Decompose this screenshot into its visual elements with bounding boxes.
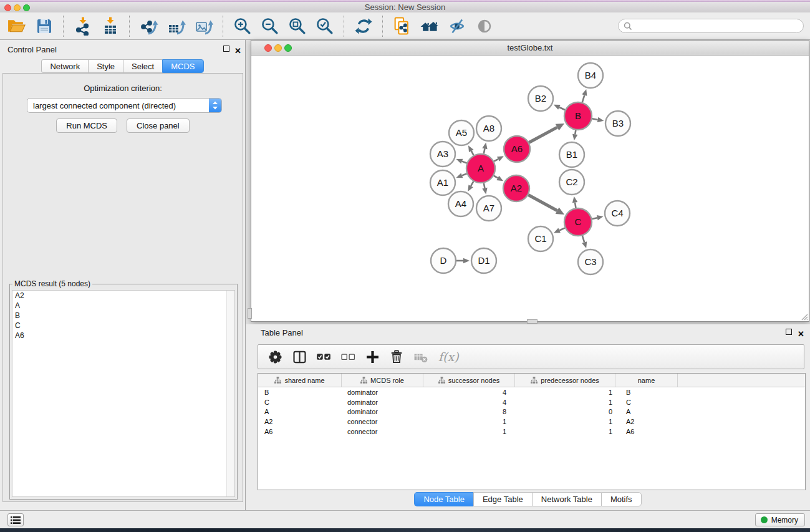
graph-edge-A-A1[interactable] — [456, 173, 467, 178]
graph-node-B1[interactable]: B1 — [559, 142, 584, 167]
save-session-icon[interactable] — [34, 16, 54, 36]
search-field[interactable] — [618, 19, 804, 33]
graph-node-B[interactable]: B — [564, 102, 592, 130]
birdseye-handle-left[interactable] — [248, 308, 252, 319]
graph-edge-C-C2[interactable] — [572, 196, 577, 208]
mcds-result-list[interactable]: A2ABCA6 — [12, 290, 235, 497]
mcds-result-item[interactable]: A — [12, 301, 234, 311]
table-row[interactable]: Adominator80A — [258, 407, 805, 417]
graph-edge-D-D1[interactable] — [456, 258, 470, 264]
graph-node-A8[interactable]: A8 — [476, 116, 501, 141]
graph-edge-C-C4[interactable] — [592, 215, 603, 220]
import-table-icon[interactable] — [100, 16, 120, 36]
graph-node-C4[interactable]: C4 — [605, 201, 630, 226]
graph-node-A3[interactable]: A3 — [430, 142, 455, 167]
close-panel-icon[interactable] — [234, 45, 241, 56]
column-header-shared-name[interactable]: shared name — [258, 374, 342, 387]
table-row[interactable]: A6connector11A6 — [258, 427, 805, 437]
tab-node-table[interactable]: Node Table — [414, 492, 473, 506]
network-view-window[interactable]: testGlobe.txt AA1A2A3A4A5A6A7A8BB1B2B3B4… — [251, 40, 809, 322]
zoom-in-icon[interactable] — [232, 16, 253, 36]
resize-grip-icon[interactable] — [799, 312, 808, 321]
tab-network-table[interactable]: Network Table — [532, 492, 601, 506]
graph-edge-A-A5[interactable] — [468, 145, 474, 155]
home-view-icon[interactable] — [419, 16, 440, 36]
search-input[interactable] — [635, 22, 798, 31]
graph-node-D[interactable]: D — [431, 248, 456, 273]
new-network-from-selection-icon[interactable] — [392, 16, 412, 36]
graph-node-C2[interactable]: C2 — [559, 170, 584, 195]
zoom-out-icon[interactable] — [259, 16, 280, 36]
float-panel-icon[interactable] — [223, 46, 229, 52]
memory-button[interactable]: Memory — [755, 513, 805, 526]
add-column-icon[interactable] — [363, 347, 382, 366]
network-close-button[interactable] — [264, 44, 272, 52]
network-minimize-button[interactable] — [274, 44, 282, 52]
table-row[interactable]: Cdominator41C — [258, 397, 805, 407]
graph-edge-A-A3[interactable] — [456, 159, 467, 164]
graph-edge-B-B1[interactable] — [572, 130, 577, 141]
graph-node-C1[interactable]: C1 — [528, 226, 553, 251]
graph-edge-A-A4[interactable] — [468, 181, 473, 191]
export-network-icon[interactable] — [138, 16, 159, 36]
column-header-predecessor-nodes[interactable]: predecessor nodes — [515, 374, 615, 387]
graph-node-C[interactable]: C — [564, 208, 592, 236]
float-panel-icon[interactable] — [786, 329, 792, 335]
delete-column-icon[interactable] — [387, 347, 406, 366]
import-network-icon[interactable] — [72, 16, 93, 36]
mcds-result-item[interactable]: A2 — [12, 291, 234, 301]
graph-node-A6[interactable]: A6 — [504, 136, 530, 162]
graph-node-A5[interactable]: A5 — [449, 120, 474, 145]
mcds-result-item[interactable]: C — [12, 321, 234, 331]
apply-layout-icon[interactable] — [353, 16, 374, 36]
table-row[interactable]: Bdominator41B — [258, 387, 805, 397]
mcds-result-item[interactable]: A6 — [12, 331, 234, 341]
graph-edge-B-B4[interactable] — [582, 89, 587, 102]
graph-edge-A-A7[interactable] — [482, 183, 487, 195]
node-table[interactable]: shared nameMCDS rolesuccessor nodesprede… — [258, 373, 806, 490]
graph-node-D1[interactable]: D1 — [471, 248, 496, 273]
function-builder-icon[interactable]: f(x) — [438, 350, 459, 364]
graph-edge-A2-C[interactable] — [528, 195, 564, 215]
table-row[interactable]: A2connector11A2 — [258, 417, 805, 427]
tab-network[interactable]: Network — [41, 59, 88, 73]
graph-edge-C-C1[interactable] — [554, 228, 565, 233]
tab-mcds[interactable]: MCDS — [162, 59, 203, 73]
birdseye-handle-bottom[interactable] — [527, 319, 538, 324]
scrollbar-track[interactable] — [226, 291, 234, 496]
zoom-selected-icon[interactable] — [314, 16, 335, 36]
mcds-result-item[interactable]: B — [12, 311, 234, 321]
hide-graphics-details-icon[interactable] — [446, 16, 467, 36]
delete-table-icon[interactable] — [412, 347, 430, 366]
show-column-icon[interactable] — [290, 347, 309, 366]
select-all-checks-icon[interactable] — [314, 347, 333, 366]
graph-node-A2[interactable]: A2 — [503, 175, 529, 201]
export-table-icon[interactable] — [166, 16, 186, 36]
graph-node-B4[interactable]: B4 — [578, 63, 603, 88]
task-history-button[interactable] — [7, 513, 24, 526]
close-panel-icon[interactable] — [798, 328, 804, 339]
export-image-icon[interactable] — [193, 16, 214, 36]
network-window-titlebar[interactable]: testGlobe.txt — [251, 41, 809, 56]
graph-edge-A-A6[interactable] — [494, 156, 504, 161]
column-header-MCDS-role[interactable]: MCDS role — [342, 374, 423, 387]
tab-select[interactable]: Select — [123, 59, 162, 73]
show-graphics-details-icon[interactable] — [474, 16, 494, 36]
column-header-name[interactable]: name — [615, 374, 678, 387]
zoom-fit-icon[interactable] — [287, 16, 307, 36]
graph-edge-B-B3[interactable] — [592, 117, 604, 122]
graph-edge-A6-B[interactable] — [529, 123, 564, 143]
graph-node-A1[interactable]: A1 — [430, 170, 455, 195]
tab-edge-table[interactable]: Edge Table — [473, 492, 532, 506]
open-session-icon[interactable] — [6, 16, 27, 36]
tab-style[interactable]: Style — [88, 59, 123, 73]
close-panel-button[interactable]: Close panel — [127, 118, 190, 133]
graph-node-B2[interactable]: B2 — [528, 86, 553, 111]
tab-motifs[interactable]: Motifs — [601, 492, 642, 506]
criterion-select[interactable]: largest connected component (directed) — [27, 98, 222, 113]
graph-edge-B-B2[interactable] — [554, 105, 565, 110]
run-mcds-button[interactable]: Run MCDS — [56, 118, 117, 133]
column-header-successor-nodes[interactable]: successor nodes — [423, 374, 515, 387]
graph-node-A7[interactable]: A7 — [476, 196, 501, 221]
network-zoom-button[interactable] — [284, 44, 292, 52]
